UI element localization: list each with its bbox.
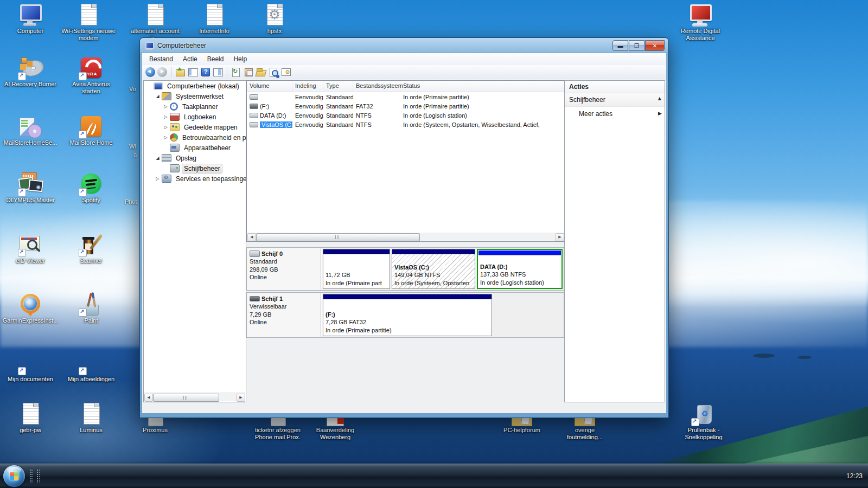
desktop-icon-ai-recovery-burner[interactable]: AI Recovery Burner bbox=[1, 56, 60, 88]
column-header-status[interactable]: Status bbox=[400, 81, 565, 92]
minimize-button[interactable]: ▬ bbox=[612, 40, 628, 51]
partition-vistaos-c[interactable]: VistaOS (C:)149,04 GB NTFSIn orde (Syste… bbox=[392, 249, 475, 289]
find-toolbar-button[interactable] bbox=[269, 67, 279, 77]
scroll-right-arrow[interactable]: ▶ bbox=[237, 394, 245, 402]
tree-item-services-en-toepassingen[interactable]: ▷Services en toepassingen bbox=[144, 174, 246, 184]
desktop-icon-wifisettings-nieuwe-modem[interactable]: WiFiSettings nieuwe modem bbox=[59, 3, 118, 42]
desktop-icon-spotify[interactable]: Spotify bbox=[61, 172, 121, 204]
menu-item-beeld[interactable]: Beeld bbox=[202, 54, 229, 64]
shortcut-arrow-icon bbox=[79, 249, 87, 257]
more-actions-item[interactable]: Meer acties ▶ bbox=[565, 107, 665, 121]
desktop-icon-label: Scanner bbox=[61, 258, 121, 265]
partition-unnamed[interactable]: 11,72 GBIn orde (Primaire part bbox=[323, 249, 390, 289]
volume-row-unnamed[interactable]: EenvoudigStandaardIn orde (Primaire part… bbox=[247, 92, 565, 101]
tree-expander-icon[interactable]: ▷ bbox=[154, 176, 161, 181]
scroll-thumb[interactable] bbox=[153, 394, 219, 402]
maximize-button[interactable]: ❒ bbox=[629, 40, 644, 51]
export-toolbar-button[interactable] bbox=[175, 67, 186, 77]
recycle-icon bbox=[691, 402, 716, 426]
tree-item-schijfbeheer[interactable]: Schijfbeheer bbox=[144, 163, 246, 174]
desktop-icon-paint[interactable]: Paint bbox=[61, 293, 121, 324]
tree-expander-icon[interactable]: ◢ bbox=[154, 156, 161, 160]
volume-row-f[interactable]: (F:)EenvoudigStandaardFAT32In orde (Prim… bbox=[247, 101, 565, 111]
desktop-icon-internetinfo[interactable]: InternetInfo bbox=[184, 3, 244, 35]
close-button[interactable]: ✕ bbox=[645, 40, 665, 51]
disk-info-schijf-0[interactable]: Schijf 0Standaard298,09 GBOnline bbox=[247, 248, 321, 290]
red-monitor-icon bbox=[688, 3, 713, 27]
partition-data-d[interactable]: DATA (D:)137,33 GB NTFSIn orde (Logisch … bbox=[477, 249, 563, 289]
tree-expander-icon[interactable]: ▷ bbox=[162, 104, 169, 109]
scroll-left-arrow[interactable]: ◀ bbox=[247, 233, 256, 241]
desktop-icon-mailstorehomese[interactable]: MailStoreHomeSe... bbox=[1, 115, 60, 146]
back-toolbar-button[interactable] bbox=[145, 67, 155, 77]
taskband-grip[interactable] bbox=[36, 469, 40, 483]
desktop-icon-alternatief-account-in[interactable]: alternatief account in... bbox=[125, 3, 185, 42]
tree-item-betrouwbaarheid-en-pre[interactable]: ▷Betrouwbaarheid en pre bbox=[144, 132, 246, 143]
menu-item-help[interactable]: Help bbox=[228, 54, 252, 64]
partition-f[interactable]: (F:)7,28 GB FAT32In orde (Primaire parti… bbox=[323, 294, 492, 336]
doc-icon bbox=[18, 402, 43, 426]
disk-info-schijf-1[interactable]: Schijf 1Verwisselbaar7,29 GBOnline bbox=[247, 293, 321, 337]
scroll-left-arrow[interactable]: ◀ bbox=[144, 394, 153, 402]
tree-item-computerbeheer-lokaal[interactable]: Computerbeheer (lokaal) bbox=[144, 81, 246, 91]
taskbar: 12:23 bbox=[0, 464, 868, 488]
desktop-icon-luminus[interactable]: Luminus bbox=[61, 402, 121, 434]
desktop-icon-label: Computer bbox=[1, 28, 60, 35]
actions-section-schijfbeheer[interactable]: Schijfbeheer ▲ bbox=[565, 93, 665, 107]
tree-item-gedeelde-mappen[interactable]: ▷Gedeelde mappen bbox=[144, 122, 246, 132]
computer-icon bbox=[154, 82, 163, 90]
tree-item-apparaatbeheer[interactable]: Apparaatbeheer bbox=[144, 143, 246, 153]
desktop-icon-computer[interactable]: Computer bbox=[1, 3, 60, 35]
tree-expander-icon[interactable]: ▷ bbox=[162, 135, 169, 140]
desktop-icon-scanner[interactable]: Scanner bbox=[61, 233, 121, 265]
tree-item-taakplanner[interactable]: ▷Taakplanner bbox=[144, 101, 246, 112]
properties-toolbar-button[interactable] bbox=[244, 67, 254, 77]
menu-item-bestand[interactable]: Bestand bbox=[144, 54, 178, 64]
desktop-icon-garminexpressinst[interactable]: GarminExpressInst... bbox=[1, 293, 60, 324]
tree-expander-icon[interactable]: ◢ bbox=[154, 94, 161, 99]
desktop-icon-prullenbak-snelkoppeling[interactable]: Prullenbak - Snelkoppeling bbox=[674, 402, 733, 441]
volume-row-data-d[interactable]: DATA (D:)EenvoudigStandaardNTFSIn orde (… bbox=[247, 111, 565, 120]
scroll-right-arrow[interactable]: ▶ bbox=[556, 233, 564, 241]
start-button[interactable] bbox=[3, 465, 25, 487]
settings-toolbar-button[interactable] bbox=[281, 67, 291, 77]
column-header-type[interactable]: Type bbox=[323, 81, 353, 92]
tree-expander-icon[interactable]: ▷ bbox=[162, 114, 169, 119]
quicklaunch-grip[interactable] bbox=[30, 469, 33, 483]
help-toolbar-button[interactable] bbox=[200, 67, 210, 77]
forward-toolbar-button[interactable] bbox=[157, 67, 167, 77]
scroll-thumb[interactable] bbox=[256, 233, 420, 241]
partition-name: VistaOS (C:) bbox=[394, 264, 474, 271]
volume-list-horizontal-scrollbar[interactable]: ◀ ▶ bbox=[247, 233, 564, 241]
desktop-icon-label: Spotify bbox=[61, 197, 121, 204]
desktop-icon-mijn-afbeeldingen[interactable]: Mijn afbeeldingen bbox=[61, 351, 121, 383]
volume-row-vistaos-c[interactable]: VistaOS (C:)EenvoudigStandaardNTFSIn ord… bbox=[247, 120, 565, 129]
desktop-icon-mijn-documenten[interactable]: Mijn documenten bbox=[1, 351, 60, 383]
desktop-icon-gebr-pw[interactable]: gebr-pw bbox=[1, 402, 60, 434]
column-header-indeling[interactable]: Indeling bbox=[292, 81, 323, 92]
refresh-toolbar-button[interactable] bbox=[231, 67, 241, 77]
tree-item-systeemwerkset[interactable]: ◢Systeemwerkset bbox=[144, 91, 246, 101]
desktop-icon-hpsfx[interactable]: hpsfx bbox=[245, 3, 304, 35]
desktop-icon-remote-digital-assistance[interactable]: Remote Digital Assistance bbox=[671, 3, 730, 42]
column-header-bestandssysteem[interactable]: Bestandssysteem bbox=[353, 81, 400, 92]
partition-text: (F:)7,28 GB FAT32In orde (Primaire parti… bbox=[326, 311, 490, 334]
console-tree-toolbar-button[interactable] bbox=[188, 67, 198, 77]
open-toolbar-button[interactable] bbox=[256, 67, 266, 77]
collapse-icon[interactable]: ▲ bbox=[658, 96, 661, 101]
tree-item-logboeken[interactable]: ▷Logboeken bbox=[144, 112, 246, 122]
menu-item-actie[interactable]: Actie bbox=[178, 54, 202, 64]
column-header-volume[interactable]: Volume bbox=[247, 81, 292, 92]
taskbar-clock[interactable]: 12:23 bbox=[843, 472, 868, 480]
log-icon bbox=[170, 113, 180, 121]
desktop-icon-avira-antivirus-starten[interactable]: Avira Antivirus starten bbox=[61, 56, 121, 95]
panes-toolbar-button[interactable] bbox=[213, 67, 223, 77]
desktop-icon-eid-viewer[interactable]: eID Viewer bbox=[1, 233, 60, 265]
desktop-icon-mailstore-home[interactable]: MailStore Home bbox=[61, 115, 121, 146]
desktop-icon-olympus-master[interactable]: OLYMPUS Master bbox=[1, 172, 60, 204]
tree-horizontal-scrollbar[interactable]: ◀ ▶ bbox=[144, 393, 245, 401]
tree-item-opslag[interactable]: ◢Opslag bbox=[144, 153, 246, 163]
doc-icon bbox=[79, 402, 104, 426]
window-titlebar[interactable]: Computerbeheer ▬ ❒ ✕ bbox=[140, 38, 668, 53]
tree-expander-icon[interactable]: ▷ bbox=[162, 125, 169, 130]
